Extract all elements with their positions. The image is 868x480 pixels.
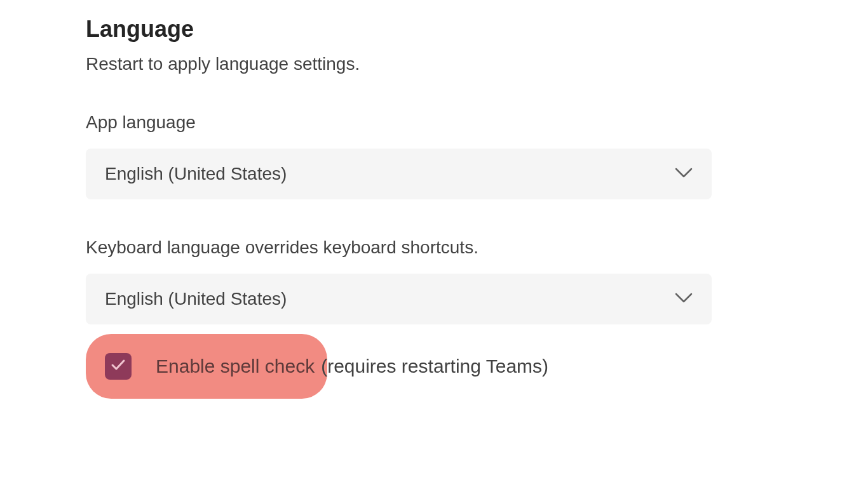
keyboard-language-label: Keyboard language overrides keyboard sho… — [86, 237, 782, 258]
chevron-down-icon — [675, 293, 693, 305]
spell-check-label-part2: (requires restarting Teams) — [321, 356, 548, 377]
check-icon — [111, 359, 126, 374]
spell-check-label-part1: Enable spell check — [156, 356, 315, 377]
keyboard-language-dropdown[interactable]: English (United States) — [86, 274, 712, 324]
language-heading: Language — [86, 16, 782, 43]
spell-check-row: Enable spell check (requires restarting … — [86, 334, 782, 399]
language-subtitle: Restart to apply language settings. — [86, 54, 782, 74]
app-language-dropdown[interactable]: English (United States) — [86, 149, 712, 199]
chevron-down-icon — [675, 168, 693, 180]
spell-check-checkbox[interactable] — [105, 353, 132, 380]
spell-check-highlight: Enable spell check — [86, 334, 327, 399]
app-language-label: App language — [86, 112, 782, 133]
keyboard-language-value: English (United States) — [105, 289, 287, 309]
app-language-value: English (United States) — [105, 164, 287, 184]
